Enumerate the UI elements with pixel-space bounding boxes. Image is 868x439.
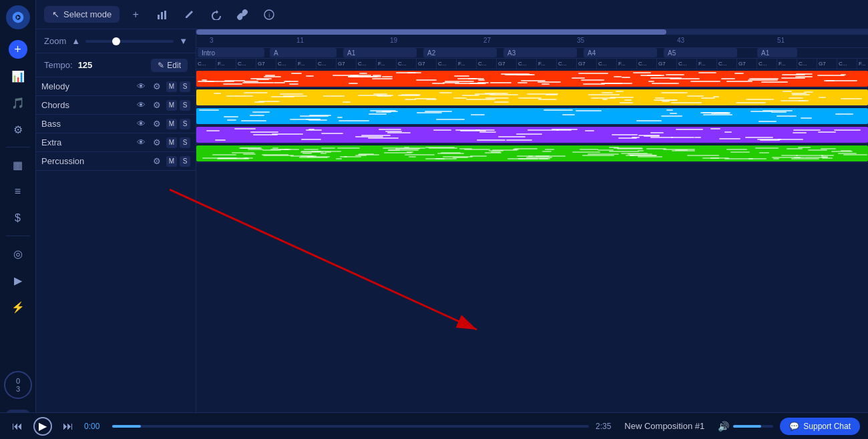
note-line [321, 133, 343, 134]
track-settings-percussion[interactable]: ⚙ [150, 155, 164, 168]
progress-bar[interactable] [112, 425, 589, 428]
support-chat-button[interactable]: 💬 Support Chat [780, 418, 860, 435]
track-settings-chords[interactable]: ⚙ [150, 99, 164, 112]
chord-cell: F... [457, 59, 477, 69]
sidebar-grid-icon[interactable]: ▦ [6, 153, 30, 177]
note-line [542, 151, 552, 152]
note-line [572, 77, 585, 79]
track-block-melody[interactable] [196, 71, 868, 87]
note-line [670, 78, 700, 79]
note-line [703, 114, 732, 115]
track-solo-percussion[interactable]: S [180, 156, 190, 167]
note-line [582, 155, 614, 156]
note-line [337, 147, 360, 149]
track-settings-bass[interactable]: ⚙ [150, 117, 164, 131]
note-line [417, 112, 442, 113]
track-mute-melody[interactable]: M [166, 81, 177, 92]
add-toolbar-button[interactable]: + [125, 4, 146, 25]
redo-button[interactable] [205, 4, 226, 25]
edit-button[interactable]: ✎ Edit [151, 59, 188, 72]
track-block-row-bass[interactable] [196, 107, 868, 125]
timeline-scrollbar[interactable] [196, 29, 868, 35]
bar-chart-button[interactable] [152, 4, 173, 25]
chord-cell: C... [397, 59, 417, 69]
sidebar-dollar-icon[interactable]: $ [6, 206, 30, 230]
note-line [808, 149, 827, 151]
select-mode-button[interactable]: ↖ Select mode [44, 6, 120, 23]
note-line [580, 149, 598, 150]
track-solo-melody[interactable]: S [180, 81, 190, 92]
zoom-thumb[interactable] [112, 37, 120, 45]
track-block-row-extra[interactable] [196, 125, 868, 144]
add-button[interactable]: + [9, 40, 27, 59]
track-block-row-chords[interactable] [196, 88, 868, 107]
track-mute-bass[interactable]: M [166, 119, 177, 129]
track-mute-extra[interactable]: M [166, 137, 177, 148]
volume-slider[interactable] [733, 425, 773, 428]
note-line [350, 75, 371, 76]
track-solo-bass[interactable]: S [180, 119, 190, 129]
note-line [761, 81, 788, 83]
note-line [792, 94, 810, 95]
track-block-row-percussion[interactable] [196, 144, 868, 163]
track-visibility-extra[interactable]: 👁 [134, 136, 148, 149]
svg-text:i: i [268, 12, 270, 19]
skip-forward-button[interactable]: ⏭ [59, 417, 77, 436]
sidebar-chart-icon[interactable]: 📊 [6, 64, 30, 88]
track-row-percussion: Percussion ⚙ M S [36, 152, 196, 171]
sidebar-flash-icon[interactable]: ⚡ [6, 295, 30, 319]
link-button[interactable] [232, 4, 253, 25]
note-line [490, 82, 511, 83]
track-block-percussion[interactable] [196, 145, 868, 161]
track-block-extra[interactable] [196, 127, 868, 143]
note-line [466, 99, 495, 100]
note-line [710, 128, 721, 129]
track-solo-extra[interactable]: S [180, 137, 190, 148]
note-line [650, 137, 674, 138]
skip-back-button[interactable]: ⏮ [8, 417, 27, 436]
note-line [671, 137, 694, 138]
edit-icon: ✎ [158, 61, 164, 70]
volume-section: 🔊 [718, 421, 773, 432]
zoom-increment-icon[interactable]: ▼ [179, 36, 188, 46]
note-line [368, 137, 398, 139]
track-mute-percussion[interactable]: M [166, 156, 177, 167]
track-visibility-chords[interactable]: 👁 [134, 99, 148, 112]
track-settings-melody[interactable]: ⚙ [150, 80, 164, 93]
note-line [791, 158, 820, 159]
chord-cell: C... [637, 59, 657, 69]
logo-button[interactable] [6, 5, 30, 29]
track-settings-extra[interactable]: ⚙ [150, 136, 164, 149]
note-line [646, 148, 666, 149]
track-row-melody: Melody 👁 ⚙ M S [36, 77, 196, 96]
sidebar-music-icon[interactable]: 🎵 [6, 91, 30, 115]
scrollbar-thumb[interactable] [196, 29, 666, 35]
chord-cell: C... [196, 59, 216, 69]
pencil-button[interactable] [178, 4, 200, 25]
track-block-row-melody[interactable] [196, 69, 868, 88]
section-a2: A2 [423, 48, 497, 57]
zoom-decrement-icon[interactable]: ▲ [71, 36, 80, 46]
track-visibility-melody[interactable]: 👁 [134, 80, 148, 93]
play-button[interactable]: ▶ [33, 417, 52, 436]
track-visibility-bass[interactable]: 👁 [134, 117, 148, 131]
note-line [489, 94, 518, 95]
note-line [215, 139, 226, 141]
sidebar-play-icon[interactable]: ▶ [6, 268, 30, 292]
note-line [787, 148, 803, 149]
sidebar-circle-icon[interactable]: ◎ [6, 242, 30, 266]
note-line [514, 148, 537, 149]
note-line [244, 81, 258, 82]
track-solo-chords[interactable]: S [180, 100, 190, 111]
track-name-chords: Chords [41, 100, 130, 110]
track-mute-chords[interactable]: M [166, 100, 177, 111]
note-line [349, 83, 358, 84]
note-line [719, 138, 741, 139]
track-block-chords[interactable] [196, 89, 868, 105]
sidebar-settings-icon[interactable]: ⚙ [6, 117, 30, 141]
track-block-bass[interactable] [196, 108, 868, 124]
info-button[interactable]: i [258, 4, 280, 25]
zoom-slider[interactable] [85, 40, 174, 43]
chord-cell: F... [377, 59, 397, 69]
sidebar-layers-icon[interactable]: ≡ [6, 179, 30, 203]
